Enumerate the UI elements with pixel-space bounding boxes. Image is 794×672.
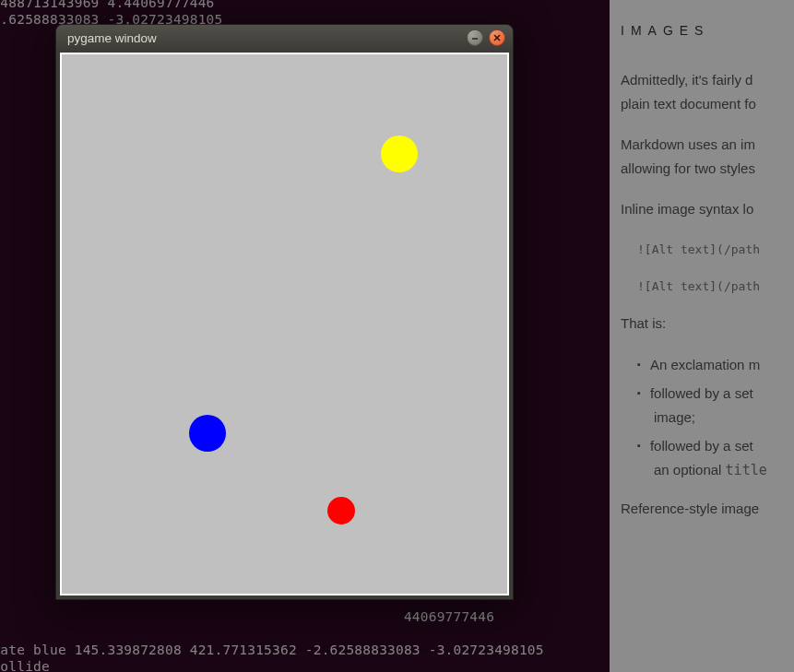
window-titlebar[interactable]: pygame window — [56, 25, 513, 51]
browser-text: Reference-style image — [621, 497, 794, 521]
code-sample: ![Alt text](/path — [637, 275, 794, 299]
game-canvas[interactable] — [62, 54, 507, 594]
list-item: followed by a set an optional title — [637, 433, 794, 482]
browser-text: Markdown uses an imallowing for two styl… — [621, 133, 794, 181]
close-icon — [492, 33, 502, 42]
browser-text: Admittedly, it's fairly dplain text docu… — [621, 68, 794, 116]
minimize-button[interactable] — [467, 29, 483, 46]
browser-heading: IMAGES — [621, 18, 794, 42]
pygame-window[interactable]: pygame window — [55, 24, 514, 600]
window-title: pygame window — [67, 31, 461, 45]
browser-list: An exclamation m followed by a set image… — [637, 352, 794, 482]
browser-text: That is: — [621, 312, 794, 336]
code-sample: ![Alt text](/path — [637, 238, 794, 262]
list-item: followed by a set image; — [637, 381, 794, 430]
browser-panel: IMAGES Admittedly, it's fairly dplain te… — [610, 0, 794, 672]
list-item: An exclamation m — [637, 352, 794, 377]
minimize-icon — [470, 33, 480, 42]
blue-ball — [189, 415, 226, 452]
close-button[interactable] — [489, 29, 505, 46]
browser-text: Inline image syntax lo — [621, 197, 794, 221]
red-ball — [327, 497, 355, 525]
canvas-frame — [60, 53, 509, 595]
yellow-ball — [381, 136, 418, 172]
